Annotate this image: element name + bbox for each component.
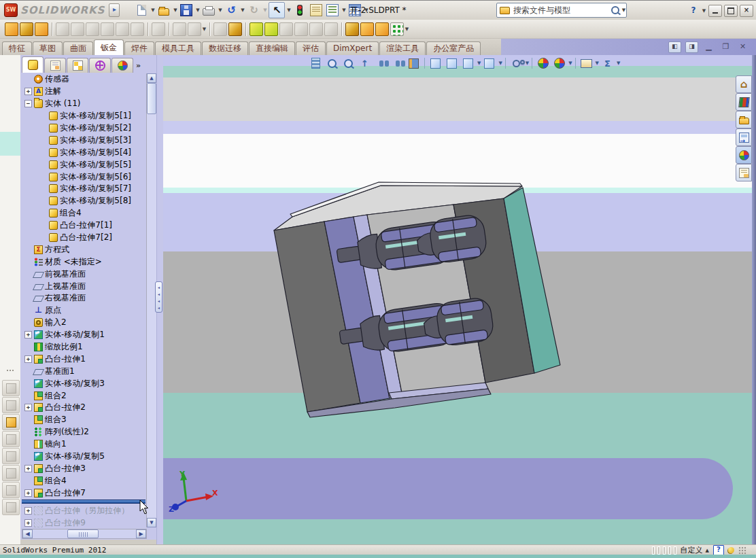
tree-item[interactable]: 基准面1 [22, 365, 145, 377]
tree-expander[interactable]: + [24, 489, 32, 497]
splitter-collapse-handle[interactable]: ◂◂◂◂ [155, 281, 162, 313]
tree-item[interactable]: 原点 [22, 304, 145, 317]
tree-expander[interactable]: + [24, 519, 32, 527]
look-at-button[interactable] [373, 57, 389, 70]
tree-item[interactable]: 组合4 [22, 207, 145, 220]
whole-view-button[interactable] [308, 57, 324, 70]
dropdown-arrow-sm-14[interactable]: ▼ [202, 22, 207, 37]
view-settings-button[interactable] [579, 57, 594, 70]
tree-item[interactable]: 实体-移动/复制5[1] [22, 110, 145, 122]
toolbar-button-select[interactable]: ↖ [269, 2, 285, 18]
tab-数据迁移[interactable]: 数据迁移 [202, 41, 248, 55]
previous-window-button[interactable]: ◧ [668, 41, 681, 53]
more-tabs-chevron[interactable]: » [134, 58, 143, 73]
tree-item[interactable]: 上视基准面 [22, 280, 145, 292]
extruded-cut-icon[interactable] [152, 22, 165, 36]
zoom-to-fit-button[interactable] [324, 57, 340, 70]
lock-note-button[interactable] [2, 465, 20, 481]
edit-note-button[interactable] [2, 397, 20, 413]
tree-item[interactable]: 组合3 [22, 414, 145, 426]
tree-item[interactable]: +凸台-拉伸1 [22, 353, 145, 365]
dropdown-arrow-4[interactable]: ▼ [240, 3, 245, 18]
tree-item[interactable]: 实体-移动/复制5[4] [22, 146, 145, 158]
hem-icon[interactable] [86, 22, 99, 36]
tree-item[interactable]: 实体-移动/复制5[5] [22, 158, 145, 171]
toolbar-button-undo[interactable]: ↺ [224, 3, 239, 18]
tree-item[interactable]: +注解 [22, 86, 145, 98]
tab-曲面[interactable]: 曲面 [63, 41, 93, 55]
graphics-viewport[interactable]: ↑▼▼▼▼▼Σ▼ [163, 55, 752, 544]
doc-close-button[interactable]: ✕ [736, 41, 749, 53]
toolbar-button-new-file[interactable] [135, 3, 149, 18]
dropdown-arrow-sm-29[interactable]: ▼ [405, 22, 409, 37]
unfold-icon[interactable] [213, 22, 227, 36]
tree-item[interactable]: 方程式 [22, 243, 145, 256]
tree-item[interactable]: +凸台-拉伸（另加拉伸） [22, 504, 145, 517]
toolbar-button-redo[interactable]: ↻ [246, 3, 261, 18]
previous-view-button[interactable]: ↑ [357, 57, 373, 70]
apply-scene-button[interactable] [535, 57, 551, 70]
tree-item[interactable]: 组合2 [22, 389, 145, 402]
dropdown-arrow-0[interactable]: ▼ [150, 3, 155, 18]
help-dropdown-arrow[interactable]: ▼ [702, 3, 706, 18]
tree-item[interactable]: −实体 (11) [22, 98, 145, 110]
welded-corner-icon[interactable] [375, 22, 389, 36]
design-library-button[interactable] [736, 93, 752, 111]
toolbar-button-properties[interactable] [309, 3, 324, 18]
annotation-tool-button[interactable] [2, 499, 20, 515]
jog-icon[interactable] [101, 22, 114, 36]
appearances-scenes-button[interactable] [736, 146, 752, 164]
toolbar-button-options[interactable] [325, 3, 340, 18]
tab-焊件[interactable]: 焊件 [124, 41, 154, 55]
menu-expand-button[interactable]: ▸ [109, 3, 120, 17]
tree-item[interactable]: 实体-移动/复制5[7] [22, 183, 145, 195]
tree-item[interactable]: 凸台-拉伸7[1] [22, 220, 145, 232]
tree-item[interactable]: 凸台-拉伸7[2] [22, 232, 145, 244]
flat-pattern-icon[interactable] [279, 22, 293, 36]
new-note-button[interactable] [2, 380, 20, 396]
dropdown-arrow-9[interactable]: ▼ [341, 3, 346, 18]
tree-item[interactable]: 右视基准面 [22, 292, 145, 304]
forming-tool-icon[interactable] [228, 22, 242, 36]
tree-item[interactable]: 实体-移动/复制5 [22, 451, 145, 463]
tree-item[interactable]: +凸台-拉伸2 [22, 402, 145, 414]
toolbar-button-open[interactable] [156, 3, 171, 18]
base-flange-icon[interactable] [5, 22, 18, 36]
toolbar-button-save[interactable] [179, 3, 194, 18]
file-explorer-button[interactable] [736, 111, 752, 128]
tree-expander[interactable]: + [24, 507, 32, 515]
no-solve-icon[interactable] [324, 22, 338, 36]
tree-item[interactable]: 实体-移动/复制5[8] [22, 195, 145, 207]
dimxpertmanager-tab[interactable] [89, 58, 111, 73]
tab-钣金[interactable]: 钣金 [94, 39, 124, 55]
search-input[interactable]: 搜索文件与模型 ▼ [496, 3, 627, 18]
instant3d-button[interactable]: Σ [600, 57, 615, 70]
dropdown-arrow-5[interactable]: ▼ [262, 3, 267, 18]
lofted-bend-icon[interactable] [35, 22, 48, 36]
maximize-button[interactable] [724, 5, 738, 17]
displaymanager-tab[interactable] [111, 58, 133, 73]
toolbar-drag-handle[interactable] [6, 369, 14, 372]
configurationmanager-tab[interactable] [67, 58, 88, 73]
featuremanager-tree-tab[interactable] [22, 56, 44, 73]
search-icon[interactable] [611, 6, 619, 14]
dropdown-arrow-hu-16[interactable]: ▼ [568, 60, 572, 66]
tree-expander[interactable]: + [24, 465, 32, 472]
display-style-button[interactable] [444, 57, 460, 70]
dropdown-arrow-hu-11[interactable]: ▼ [498, 60, 502, 66]
tree-item[interactable]: 传感器 [22, 73, 145, 86]
tree-item[interactable]: +凸台-拉伸7 [22, 487, 145, 499]
view-orientation-button[interactable] [460, 57, 476, 70]
corner-icon[interactable] [188, 22, 201, 36]
tab-模具工具[interactable]: 模具工具 [155, 41, 201, 55]
minimize-button[interactable] [708, 5, 722, 17]
tree-item[interactable]: 阵列(线性)2 [22, 426, 145, 438]
tree-item[interactable]: 前视基准面 [22, 268, 145, 280]
scroll-right-button[interactable]: ▶ [136, 529, 146, 538]
tree-item[interactable]: 组合4 [22, 474, 145, 487]
dropdown-arrow-2[interactable]: ▼ [195, 3, 200, 18]
scroll-down-button[interactable]: ▼ [147, 518, 156, 527]
tree-expander[interactable]: + [24, 88, 32, 95]
tree-expander[interactable]: + [24, 331, 32, 338]
quick-tips-help-icon[interactable]: ? [713, 545, 724, 555]
